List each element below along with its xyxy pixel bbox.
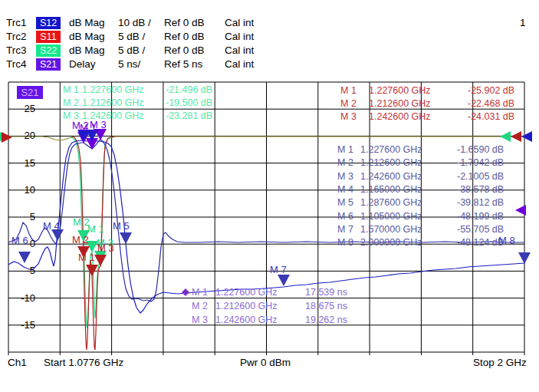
stop-frequency: Stop 2 GHz — [473, 357, 527, 368]
ref-arrow-s11[interactable] — [511, 131, 521, 142]
s22_green-m: M 1 — [63, 84, 79, 95]
s11_red-val: -25.902 dB — [468, 85, 514, 96]
s12_blue-val: -39.812 dB — [457, 197, 504, 208]
marker-s12-m6-triangle[interactable] — [18, 252, 31, 263]
s12_blue-freq: 1.105000 GHz — [360, 211, 422, 222]
s12_blue-m: M 6 — [337, 211, 353, 222]
trace-format: dB Mag — [69, 17, 105, 28]
y-axis-label: 20 — [9, 130, 35, 141]
trace-ref: Ref 0 dB — [164, 31, 205, 42]
s12_blue-m: M 8 — [337, 237, 353, 248]
marker-s12-m7-label: M 7 — [270, 264, 287, 275]
s22_green-val: -19.500 dB — [166, 97, 212, 108]
trace-name: Trc2 — [6, 31, 27, 42]
s12_blue-freq: 1.287600 GHz — [360, 197, 422, 208]
s12_blue-m: M 1 — [337, 144, 353, 155]
trace-name: Trc3 — [6, 44, 27, 56]
s21_violet-freq: 1.212600 GHz — [215, 301, 278, 311]
s11_red-m: M 3 — [340, 111, 357, 122]
y-axis-label: -10 — [9, 292, 35, 304]
s12_blue-val: -48.199 dB — [457, 211, 504, 222]
trace-param-badge[interactable]: S22 — [36, 44, 61, 57]
trace-ref: Ref 5 ns — [164, 58, 202, 70]
s12_blue-m: M 3 — [337, 171, 353, 182]
s21_violet-val: 17.539 ns — [305, 287, 347, 298]
s12_blue-freq: 1.242600 GHz — [360, 171, 422, 182]
s22_green-freq: 1.227600 GHz — [82, 84, 144, 95]
s21_violet-m: M 1 — [192, 287, 208, 298]
window-number: 1 — [520, 17, 526, 28]
s12_blue-freq: 2.000000 GHz — [360, 237, 422, 248]
s12_blue-val: -48.124 dB — [457, 237, 504, 248]
marker-s12-m5-triangle[interactable] — [120, 232, 132, 244]
s12_blue-m: M 5 — [337, 197, 353, 208]
s21_violet-val: 19.262 ns — [305, 315, 347, 325]
s22_green-m: M 2 — [63, 97, 79, 108]
trace-scale: 5 dB / — [118, 31, 145, 42]
trace-param-badge[interactable]: S12 — [36, 17, 61, 29]
s21_violet-freq: 1.242600 GHz — [215, 315, 278, 325]
trace-format: dB Mag — [69, 31, 105, 42]
active-trace-badge[interactable]: S21 — [17, 86, 43, 99]
trace-ref: Ref 0 dB — [164, 44, 205, 56]
s12_blue-m: M 7 — [337, 224, 353, 235]
y-axis-label: -15 — [9, 319, 35, 331]
s12_blue-val: -38.578 dB — [457, 184, 504, 195]
marker-s12-m8-label: M 8 — [498, 235, 515, 246]
marker-s12-m7-triangle[interactable] — [278, 275, 290, 286]
s11_red-freq: 1.242600 GHz — [369, 111, 431, 122]
trace-name: Trc4 — [6, 58, 27, 70]
ref-arrow-s22[interactable] — [500, 131, 511, 142]
marker-s21-m3-label: M 3 — [90, 119, 107, 130]
trace-format: Delay — [69, 58, 96, 70]
trace-format: dB Mag — [69, 44, 105, 56]
s21_violet-freq: 1.227600 GHz — [215, 287, 278, 298]
s12_blue-freq: 1.212600 GHz — [360, 157, 422, 168]
channel-label: Ch1 — [8, 357, 27, 368]
y-axis-label: 25 — [9, 103, 35, 114]
marker-s12-m4-label: M 4 — [43, 220, 60, 232]
ref-arrow-s21[interactable] — [515, 205, 526, 216]
s21_violet-val: 18.675 ns — [305, 301, 347, 311]
marker-s11-m1-label: M 1 — [78, 252, 95, 263]
s12_blue-freq: 1.227600 GHz — [360, 144, 422, 155]
s22_green-val: -23.281 dB — [166, 110, 212, 121]
marker-s11-m3-triangle[interactable] — [94, 255, 107, 266]
s22_green-val: -21.496 dB — [166, 84, 212, 95]
trace-ref: Ref 0 dB — [164, 17, 205, 28]
s12_blue-val: -55.705 dB — [457, 224, 504, 235]
s22_green-freq: 1.212600 GHz — [82, 97, 144, 108]
marker-s12-m8-triangle[interactable] — [518, 252, 531, 264]
trace-cal-status: Cal int — [225, 31, 254, 42]
trace-cal-status: Cal int — [225, 58, 254, 70]
s12_blue-m: M 2 — [337, 157, 353, 168]
y-axis-label: 5 — [9, 211, 35, 222]
start-frequency: Start 1.0776 GHz — [44, 357, 123, 368]
vna-screen: Trc1S12dB Mag10 dB /Ref 0 dBCal intTrc2S… — [0, 0, 539, 392]
trace-name: Trc1 — [6, 17, 27, 28]
s11_red-m: M 1 — [340, 85, 357, 96]
y-axis-label: -5 — [9, 265, 35, 276]
s11_red-val: -22.468 dB — [468, 98, 514, 109]
s21_violet-m: M 2 — [192, 301, 208, 311]
marker-s12-m5-label: M 5 — [113, 220, 130, 232]
s12_blue-freq: 1.165000 GHz — [360, 184, 422, 195]
trace-cal-status: Cal int — [225, 17, 254, 28]
trace-param-badge[interactable]: S21 — [36, 58, 61, 71]
trace-scale: 5 dB / — [118, 44, 145, 56]
s12_blue-val: -1.6590 dB — [457, 144, 504, 155]
y-axis-label: 10 — [9, 184, 35, 196]
s12_blue-freq: 1.570000 GHz — [360, 224, 422, 235]
y-axis-label: 15 — [9, 157, 35, 169]
trace-param-badge[interactable]: S11 — [36, 31, 61, 43]
s11_red-val: -24.031 dB — [468, 111, 514, 122]
ref-arrow-s12[interactable] — [521, 131, 532, 142]
marker-s11-m3-label: M 3 — [97, 242, 114, 254]
s12_blue-val: -1.7942 dB — [457, 157, 504, 168]
marker-s11-m1-triangle[interactable] — [86, 265, 98, 276]
delay-marker-diamond[interactable] — [182, 288, 189, 296]
marker-s12-m6-label: M 6 — [12, 235, 28, 246]
s12_blue-m: M 4 — [337, 184, 353, 195]
s11_red-freq: 1.227600 GHz — [369, 85, 431, 96]
marker-s11-m2-label: M 2 — [72, 234, 89, 245]
